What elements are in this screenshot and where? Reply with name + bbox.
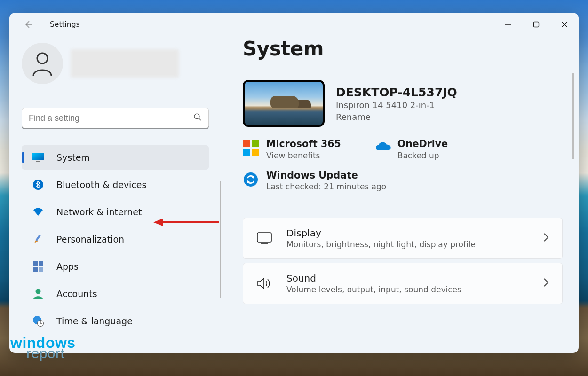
svg-rect-8	[32, 153, 44, 160]
svg-point-4	[37, 53, 48, 63]
card-subtitle: Volume levels, output, input, sound devi…	[286, 285, 461, 294]
rename-link[interactable]: Rename	[336, 112, 457, 122]
search-input[interactable]	[29, 113, 193, 123]
window-controls	[494, 13, 579, 36]
card-sound[interactable]: Sound Volume levels, output, input, soun…	[243, 263, 563, 304]
wifi-icon	[32, 206, 44, 218]
svg-rect-12	[33, 261, 38, 266]
sidebar-item-apps[interactable]: Apps	[22, 254, 209, 279]
profile-block[interactable]	[22, 36, 214, 92]
avatar	[22, 43, 63, 84]
monitor-icon	[32, 151, 44, 164]
status-title: OneDrive	[397, 138, 448, 150]
close-button[interactable]	[550, 13, 579, 36]
status-subtitle: View benefits	[266, 151, 341, 160]
status-microsoft-365[interactable]: Microsoft 365 View benefits	[243, 138, 341, 160]
sidebar-item-label: Personalization	[56, 234, 124, 244]
svg-rect-11	[35, 235, 40, 241]
device-model: Inspiron 14 5410 2-in-1	[336, 100, 457, 110]
bluetooth-icon	[32, 179, 44, 191]
main-scrollbar[interactable]	[572, 73, 574, 159]
status-subtitle: Backed up	[397, 151, 448, 160]
svg-rect-21	[243, 140, 250, 147]
chevron-right-icon	[543, 233, 549, 244]
device-hero: DESKTOP-4L537JQ Inspiron 14 5410 2-in-1 …	[243, 80, 563, 127]
minimize-button[interactable]	[494, 13, 522, 36]
update-sync-icon	[243, 172, 259, 188]
status-windows-update[interactable]: Windows Update Last checked: 21 minutes …	[243, 170, 386, 192]
minimize-icon	[505, 21, 511, 28]
status-onedrive[interactable]: OneDrive Backed up	[374, 138, 448, 160]
sidebar-item-label: Apps	[56, 261, 79, 272]
card-display[interactable]: Display Monitors, brightness, night ligh…	[243, 218, 563, 259]
back-button[interactable]	[23, 20, 34, 29]
svg-line-6	[199, 118, 201, 120]
person-icon	[32, 51, 53, 76]
svg-point-16	[36, 289, 41, 294]
svg-rect-15	[39, 267, 43, 272]
window-title: Settings	[50, 20, 80, 29]
search-box[interactable]	[22, 108, 209, 128]
sound-icon	[256, 277, 272, 290]
chevron-right-icon	[543, 278, 549, 289]
sidebar: System Bluetooth & devices Network & int…	[9, 36, 221, 353]
watermark: windows report	[10, 337, 76, 359]
maximize-button[interactable]	[522, 13, 550, 36]
maximize-icon	[533, 21, 540, 28]
device-thumbnail	[243, 80, 325, 127]
microsoft-logo-icon	[243, 140, 259, 156]
svg-rect-23	[243, 149, 250, 156]
svg-rect-28	[257, 233, 271, 242]
settings-window: Settings	[9, 13, 579, 353]
svg-rect-13	[39, 261, 43, 266]
sidebar-item-system[interactable]: System	[22, 145, 209, 170]
status-title: Microsoft 365	[266, 138, 341, 150]
sidebar-item-accounts[interactable]: Accounts	[22, 282, 209, 306]
display-icon	[256, 232, 272, 244]
paintbrush-icon	[32, 233, 44, 245]
sidebar-item-network[interactable]: Network & internet	[22, 200, 209, 224]
status-title: Windows Update	[266, 170, 386, 181]
sidebar-item-label: Time & language	[56, 316, 133, 326]
svg-rect-24	[252, 149, 259, 156]
onedrive-icon	[374, 140, 390, 156]
main-content: System DESKTOP-4L537JQ Inspiron 14 5410 …	[221, 36, 579, 353]
apps-icon	[32, 260, 44, 273]
back-arrow-icon	[24, 20, 33, 29]
svg-rect-9	[36, 161, 40, 162]
sidebar-item-label: Accounts	[56, 289, 97, 299]
globe-clock-icon	[32, 315, 44, 327]
svg-rect-14	[33, 267, 38, 272]
search-icon	[193, 113, 202, 123]
close-icon	[561, 21, 568, 28]
titlebar: Settings	[9, 13, 579, 36]
page-title: System	[243, 37, 563, 60]
sidebar-item-label: System	[56, 152, 90, 163]
card-title: Display	[286, 227, 476, 239]
card-subtitle: Monitors, brightness, night light, displ…	[286, 240, 476, 249]
device-name: DESKTOP-4L537JQ	[336, 86, 457, 99]
card-title: Sound	[286, 273, 461, 284]
sidebar-item-time-language[interactable]: Time & language	[22, 309, 209, 333]
profile-name-redacted	[71, 49, 179, 78]
sidebar-item-label: Network & internet	[56, 207, 142, 217]
sidebar-item-label: Bluetooth & devices	[56, 180, 146, 190]
status-subtitle: Last checked: 21 minutes ago	[266, 182, 386, 191]
sidebar-item-personalization[interactable]: Personalization	[22, 227, 209, 251]
account-icon	[32, 288, 44, 300]
settings-cards: Display Monitors, brightness, night ligh…	[243, 218, 563, 304]
sidebar-item-bluetooth[interactable]: Bluetooth & devices	[22, 172, 209, 197]
svg-point-25	[244, 172, 258, 187]
svg-rect-1	[534, 22, 539, 27]
svg-rect-22	[252, 140, 259, 147]
svg-point-5	[194, 114, 199, 119]
nav-list: System Bluetooth & devices Network & int…	[22, 145, 209, 333]
